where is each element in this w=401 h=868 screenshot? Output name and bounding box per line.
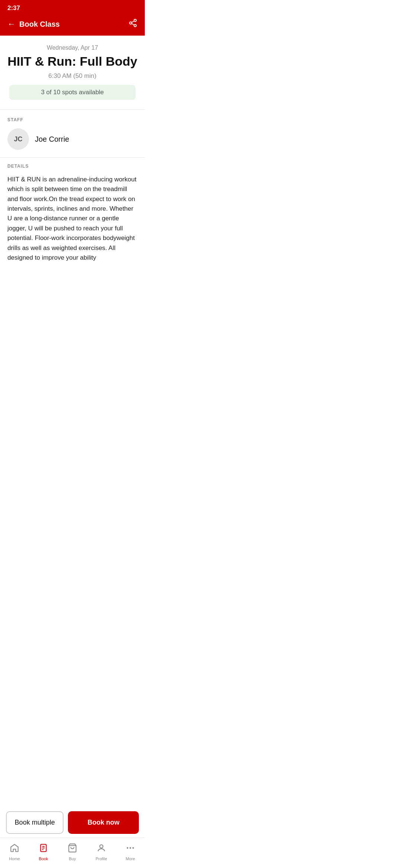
class-time: 6:30 AM (50 min): [7, 72, 137, 80]
svg-line-4: [132, 21, 134, 23]
svg-point-0: [134, 19, 136, 22]
staff-section-label: STAFF: [7, 117, 137, 122]
toolbar: ← Book Class: [0, 15, 145, 36]
spots-container: 3 of 10 spots available: [7, 85, 137, 102]
details-section: DETAILS HIIT & RUN is an adrenaline-indu…: [7, 158, 137, 315]
class-title: HIIT & Run: Full Body: [7, 54, 137, 69]
staff-name: Joe Corrie: [35, 135, 69, 144]
toolbar-left: ← Book Class: [7, 19, 60, 29]
staff-row: JC Joe Corrie: [7, 128, 137, 150]
details-section-label: DETAILS: [7, 164, 137, 169]
spots-badge: 3 of 10 spots available: [9, 85, 136, 100]
status-bar: 2:37: [0, 0, 145, 15]
main-content: Wednesday, Apr 17 HIIT & Run: Full Body …: [0, 36, 145, 315]
class-date: Wednesday, Apr 17: [7, 45, 137, 51]
share-icon[interactable]: [128, 19, 137, 30]
svg-point-2: [134, 24, 136, 27]
status-time: 2:37: [7, 4, 20, 11]
svg-point-1: [130, 22, 132, 24]
back-icon[interactable]: ←: [7, 19, 16, 29]
details-text: HIIT & RUN is an adrenaline-inducing wor…: [7, 175, 137, 315]
toolbar-title: Book Class: [19, 20, 60, 29]
staff-avatar: JC: [7, 128, 29, 150]
svg-line-3: [132, 24, 134, 25]
staff-section: STAFF JC Joe Corrie: [7, 110, 137, 157]
